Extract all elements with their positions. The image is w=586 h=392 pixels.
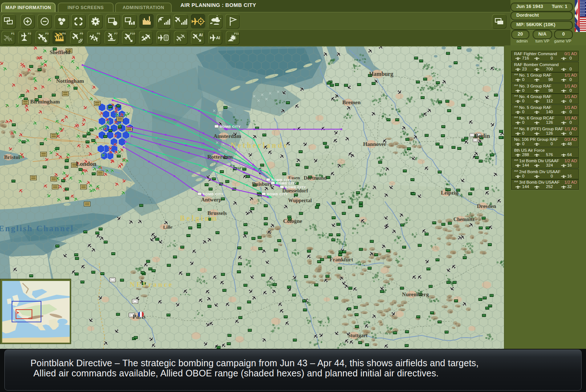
- svg-text:Berlin: Berlin: [475, 133, 490, 139]
- svg-text:BOMB CITY: BOMB CITY: [203, 192, 224, 196]
- svg-text:Hamburg: Hamburg: [369, 71, 394, 77]
- svg-text:BOMB CITY: BOMB CITY: [267, 192, 288, 196]
- svg-text:Stuttgart: Stuttgart: [348, 333, 368, 338]
- svg-text:Antwerp: Antwerp: [201, 197, 222, 203]
- svg-text:F10: F10: [130, 32, 135, 35]
- svg-text:London: London: [76, 160, 97, 167]
- svg-text:Leipzig: Leipzig: [441, 190, 458, 196]
- svg-text:Lille: Lille: [163, 224, 172, 230]
- svg-text:Bristol: Bristol: [4, 154, 20, 160]
- svg-text:Dresden: Dresden: [477, 203, 496, 209]
- svg-text:Dortmund: Dortmund: [304, 175, 326, 181]
- svg-text:Frankfurt: Frankfurt: [330, 257, 353, 262]
- svg-text:F5: F5: [80, 32, 84, 35]
- svg-text:BOMB CITY: BOMB CITY: [285, 185, 306, 189]
- svg-text:F7: F7: [114, 32, 118, 35]
- svg-text:N e t h e r l a n d s: N e t h e r l a n d s: [231, 141, 286, 149]
- svg-text:English Channel: English Channel: [0, 224, 74, 233]
- svg-text:N E F r a n c e: N E F r a n c e: [130, 281, 172, 288]
- svg-text:BOMB CITY: BOMB CITY: [276, 181, 297, 185]
- svg-text:Nuremberg: Nuremberg: [402, 291, 429, 297]
- svg-text:Duisburg: Duisburg: [252, 181, 272, 187]
- svg-text:Hannover: Hannover: [363, 141, 387, 147]
- svg-text:F3: F3: [45, 32, 49, 35]
- svg-text:F6: F6: [97, 32, 101, 35]
- svg-text:Sheffield: Sheffield: [50, 49, 70, 55]
- svg-text:Wuppertal: Wuppertal: [288, 198, 312, 203]
- svg-text:F4: F4: [62, 32, 66, 35]
- svg-text:F1: F1: [11, 32, 15, 35]
- svg-text:Amsterdam: Amsterdam: [213, 133, 241, 139]
- svg-text:Birmingham: Birmingham: [30, 99, 60, 105]
- svg-text:AI: AI: [216, 36, 220, 40]
- svg-text:Rotterdam: Rotterdam: [207, 154, 233, 160]
- svg-text:Nottingham: Nottingham: [56, 78, 84, 84]
- svg-text:F2: F2: [28, 32, 32, 35]
- svg-text:B e l g i u m: B e l g i u m: [180, 214, 216, 222]
- svg-text:Cologne: Cologne: [283, 218, 302, 224]
- svg-text:Bremen: Bremen: [342, 99, 361, 105]
- svg-text:F11: F11: [234, 32, 239, 35]
- svg-text:Chemnitz: Chemnitz: [453, 217, 475, 222]
- svg-text:BOMB CITY: BOMB CITY: [220, 124, 241, 128]
- svg-text:AI: AI: [199, 33, 203, 37]
